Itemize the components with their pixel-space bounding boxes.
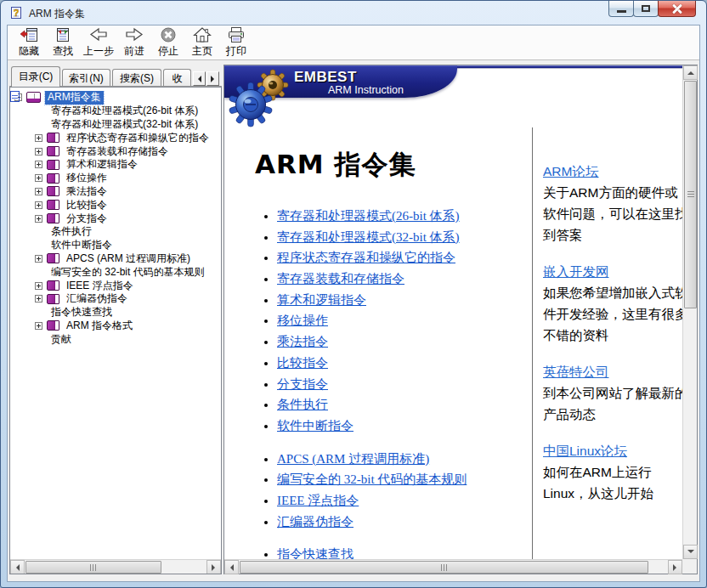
expand-plus-icon[interactable]: [35, 188, 42, 195]
tree-item[interactable]: ARM 指令格式: [10, 319, 221, 333]
tab-contents[interactable]: 目录(C): [11, 66, 60, 87]
toolbar-button-label: 隐藏: [19, 44, 39, 59]
expand-plus-icon[interactable]: [35, 148, 42, 155]
triangle-right-icon: [212, 564, 218, 571]
find-button[interactable]: 查找: [46, 26, 80, 59]
toolbar-button-label: 前进: [124, 44, 144, 59]
related-links-sidebar: ARM论坛 关于ARM方面的硬件或软件问题，可以在这里找到答案 嵌入开发网 如果…: [543, 161, 682, 519]
expand-plus-icon[interactable]: [35, 322, 42, 330]
back-button[interactable]: 上一步: [80, 26, 117, 59]
tree-item[interactable]: 程序状态寄存器和操纵它的指令: [10, 131, 221, 144]
expand-plus-icon[interactable]: [35, 295, 42, 302]
scroll-right-button[interactable]: [206, 560, 221, 574]
topic-link[interactable]: 汇编器伪指令: [277, 515, 354, 529]
title-bar[interactable]: ? ARM 指令集: [1, 1, 706, 25]
reference-link-list: 指令快速查找 ARM 指令格式: [224, 546, 682, 559]
open-book-icon: [26, 92, 41, 103]
forward-button[interactable]: 前进: [117, 26, 151, 59]
tree-item[interactable]: 指令快速查找: [10, 306, 221, 319]
external-link[interactable]: 英蓓特公司: [543, 361, 609, 382]
window-controls: [609, 1, 696, 17]
topic-link[interactable]: 分支指令: [277, 377, 328, 391]
scrollbar-thumb[interactable]: [240, 561, 648, 574]
expand-plus-icon[interactable]: [35, 215, 42, 223]
tree-item[interactable]: 编写安全的 32-bit 代码的基本规则: [10, 265, 221, 279]
tree-item[interactable]: 寄存器和处理器模式(26-bit 体系): [10, 105, 221, 118]
toolbar-button-label: 上一步: [83, 44, 114, 59]
tab-favorites[interactable]: 收: [163, 69, 191, 87]
topic-link[interactable]: 寄存器装载和存储指令: [277, 272, 404, 286]
expand-plus-icon[interactable]: [35, 255, 42, 263]
scroll-left-button[interactable]: [10, 560, 25, 574]
brand-logo-text: EMBEST: [294, 69, 357, 86]
close-button[interactable]: [658, 1, 696, 17]
tree-item[interactable]: 比较指令: [10, 198, 221, 212]
print-button[interactable]: 打印: [219, 26, 253, 59]
tree-item[interactable]: 贡献: [10, 332, 221, 346]
topic-link[interactable]: 寄存器和处理器模式(26-bit 体系): [277, 209, 460, 223]
external-link[interactable]: ARM论坛: [543, 161, 598, 182]
tree-item[interactable]: IEEE 浮点指令: [10, 279, 221, 292]
maximize-button[interactable]: [633, 1, 659, 17]
tab-scroll-left-button[interactable]: [193, 71, 206, 86]
triangle-down-icon: [687, 550, 694, 557]
tree-item-label: 软件中断指令: [48, 238, 115, 252]
topic-link[interactable]: 移位操作: [277, 314, 328, 327]
scrollbar-thumb[interactable]: [684, 81, 697, 308]
tree-item[interactable]: 移位操作: [10, 172, 221, 185]
expand-plus-icon[interactable]: [35, 201, 42, 209]
tree-item[interactable]: 汇编器伪指令: [10, 292, 221, 306]
content-horizontal-scrollbar[interactable]: [224, 559, 682, 574]
expand-plus-icon[interactable]: [35, 161, 42, 168]
stop-button[interactable]: 停止: [151, 26, 185, 59]
topic-link[interactable]: 程序状态寄存器和操纵它的指令: [277, 251, 455, 264]
scroll-up-button[interactable]: [683, 65, 698, 80]
tree-item[interactable]: 条件执行: [10, 225, 221, 239]
topic-link[interactable]: 算术和逻辑指令: [277, 293, 366, 307]
hide-button[interactable]: 隐藏: [12, 26, 46, 59]
scroll-right-button[interactable]: [668, 560, 682, 574]
tree-item[interactable]: APCS (ARM 过程调用标准): [10, 252, 221, 266]
tree-item[interactable]: 寄存器和处理器模式(32-bit 体系): [10, 118, 221, 132]
topic-link[interactable]: APCS (ARM 过程调用标准): [277, 452, 429, 466]
external-link[interactable]: 嵌入开发网: [543, 261, 609, 282]
tab-search[interactable]: 搜索(S): [112, 69, 161, 87]
toolbar-button-label: 主页: [192, 44, 212, 59]
topic-link[interactable]: 编写安全的 32-bit 代码的基本规则: [277, 472, 467, 486]
topic-link[interactable]: 条件执行: [277, 398, 328, 411]
scrollbar-thumb[interactable]: [25, 561, 161, 574]
expand-plus-icon[interactable]: [35, 282, 42, 290]
back-icon: [88, 26, 109, 43]
stop-icon: [158, 26, 178, 43]
tree-item[interactable]: 软件中断指令: [10, 239, 221, 252]
tree-item[interactable]: ARM指令集: [10, 91, 221, 105]
external-link[interactable]: 中国Linux论坛: [543, 440, 627, 461]
topic-link[interactable]: 比较指令: [277, 356, 328, 370]
expand-plus-icon[interactable]: [35, 134, 42, 142]
content-vertical-scrollbar[interactable]: [682, 65, 697, 559]
expand-plus-icon[interactable]: [35, 174, 42, 182]
scroll-down-button[interactable]: [683, 545, 698, 559]
tab-index[interactable]: 索引(N): [62, 69, 110, 87]
topic-link[interactable]: 寄存器和处理器模式(32-bit 体系): [277, 230, 460, 244]
tree-item[interactable]: 乘法指令: [10, 185, 221, 199]
tree-item[interactable]: 寄存器装载和存储指令: [10, 144, 221, 158]
scroll-left-button[interactable]: [224, 560, 239, 574]
topic-link[interactable]: 指令快速查找: [277, 547, 354, 559]
gears-logo-icon: [224, 66, 303, 127]
minimize-button[interactable]: [608, 1, 634, 17]
home-icon: [192, 26, 212, 43]
hide-icon: [19, 26, 39, 43]
home-button[interactable]: 主页: [185, 26, 219, 59]
topic-link[interactable]: IEEE 浮点指令: [277, 494, 359, 507]
tree-item[interactable]: 算术和逻辑指令: [10, 158, 221, 172]
tree-rows: ARM指令集 寄存器和处理器模式(26-bit 体系) 寄存器和处理器模式(32…: [10, 91, 221, 559]
tree-item[interactable]: 分支指令: [10, 212, 221, 225]
topic-link[interactable]: 软件中断指令: [277, 419, 354, 433]
tab-scroll-right-button[interactable]: [206, 71, 219, 86]
tree-item-label: 算术和逻辑指令: [64, 157, 140, 172]
book-icon: [47, 186, 59, 196]
topic-link[interactable]: 乘法指令: [277, 335, 328, 348]
tree-horizontal-scrollbar[interactable]: [10, 559, 221, 574]
banner-subtitle: ARM Instruction: [328, 84, 404, 96]
